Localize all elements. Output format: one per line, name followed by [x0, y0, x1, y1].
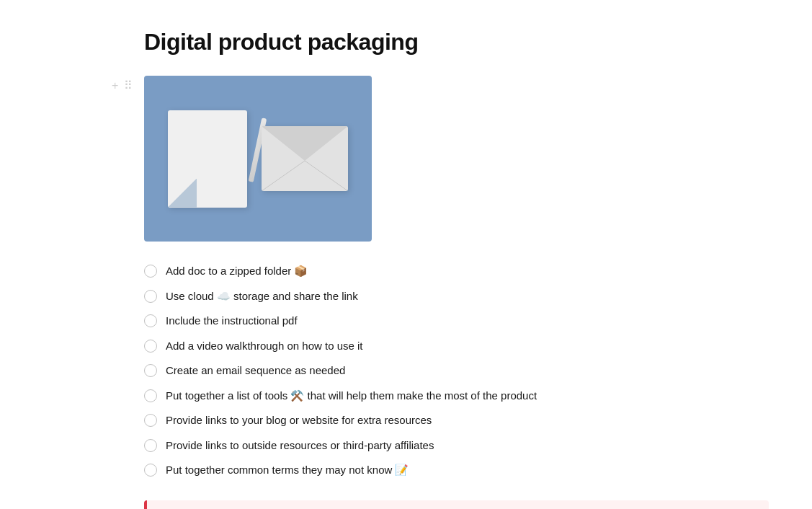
image-block: + ⠿ — [144, 76, 769, 259]
checklist-item-text: Provide links to outside resources or th… — [166, 438, 434, 454]
list-item: Put together a list of tools ⚒️ that wil… — [144, 384, 769, 409]
svg-line-2 — [305, 161, 348, 191]
hero-image — [144, 76, 372, 242]
svg-line-1 — [262, 161, 305, 191]
list-item: Put together common terms they may not k… — [144, 458, 769, 483]
list-item: Use cloud ☁️ storage and share the link — [144, 284, 769, 309]
checkbox-9[interactable] — [144, 464, 157, 477]
envelope-illustration — [262, 126, 348, 191]
checkbox-1[interactable] — [144, 265, 157, 278]
page-title: Digital product packaging — [144, 29, 769, 56]
envelope-svg — [262, 126, 348, 191]
checklist-item-text: Use cloud ☁️ storage and share the link — [166, 288, 358, 305]
block-actions: + ⠿ — [110, 79, 135, 93]
checkbox-2[interactable] — [144, 290, 157, 303]
checkbox-4[interactable] — [144, 340, 157, 353]
checkbox-6[interactable] — [144, 389, 157, 402]
checklist-item-text: Add doc to a zipped folder 📦 — [166, 263, 308, 280]
checklist-item-text: Include the instructional pdf — [166, 313, 298, 329]
callout-text: Don't forget to take feedback from custo… — [147, 500, 631, 510]
checkbox-5[interactable] — [144, 364, 157, 377]
checkbox-8[interactable] — [144, 439, 157, 452]
hero-image-wrapper — [144, 76, 372, 242]
illustration — [144, 76, 372, 242]
list-item: Provide links to your blog or website fo… — [144, 408, 769, 433]
list-item: Create an email sequence as needed — [144, 358, 769, 384]
list-item: Add doc to a zipped folder 📦 — [144, 259, 769, 284]
checklist: Add doc to a zipped folder 📦 Use cloud ☁… — [144, 259, 769, 483]
checklist-item-text: Put together a list of tools ⚒️ that wil… — [166, 388, 537, 404]
callout-block: Don't forget to take feedback from custo… — [144, 500, 769, 510]
checkbox-3[interactable] — [144, 314, 157, 327]
drag-block-button[interactable]: ⠿ — [122, 79, 135, 93]
list-item: Provide links to outside resources or th… — [144, 433, 769, 459]
page-container: Digital product packaging + ⠿ — [0, 0, 812, 509]
list-item: Add a video walkthrough on how to use it — [144, 334, 769, 359]
add-block-button[interactable]: + — [110, 79, 120, 93]
checklist-item-text: Add a video walkthrough on how to use it — [166, 338, 363, 355]
svg-marker-0 — [262, 126, 348, 161]
checklist-item-text: Put together common terms they may not k… — [166, 462, 409, 479]
checklist-item-text: Provide links to your blog or website fo… — [166, 412, 432, 429]
paper-doc-illustration — [168, 110, 247, 208]
list-item: Include the instructional pdf — [144, 309, 769, 334]
checklist-item-text: Create an email sequence as needed — [166, 363, 345, 379]
checkbox-7[interactable] — [144, 414, 157, 427]
